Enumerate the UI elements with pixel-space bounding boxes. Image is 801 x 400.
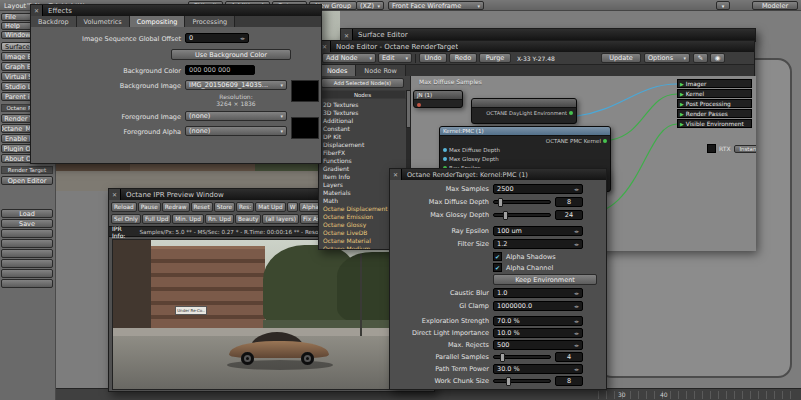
- effects-tab[interactable]: Volumetrics: [77, 16, 130, 27]
- menubar-chevron-button[interactable]: ▾: [716, 1, 730, 10]
- alpha-shadows-checkbox[interactable]: ✔: [493, 252, 502, 261]
- parallel-samples-value[interactable]: 4: [555, 352, 583, 362]
- work-chunk-size-value[interactable]: 8: [555, 376, 583, 386]
- node-daylight-environment[interactable]: OCTANE DayLight Environment: [471, 98, 577, 124]
- stepper-icon[interactable]: ◂▸: [574, 290, 579, 296]
- ray-epsilon-field[interactable]: 100 um◂▸: [493, 226, 583, 236]
- options-button[interactable]: Options▾: [644, 53, 690, 63]
- node-editor-tab[interactable]: Nodes: [319, 65, 356, 76]
- effects-tab[interactable]: Backdrop: [31, 16, 77, 27]
- input-dot-icon[interactable]: [443, 157, 447, 161]
- render-target-input-row[interactable]: ▶Kernel: [677, 89, 752, 98]
- sidebar-bottom-item[interactable]: [1, 279, 53, 288]
- ipr-toolbar-button[interactable]: Reset: [191, 202, 213, 212]
- update-button[interactable]: Update: [601, 53, 641, 63]
- node-editor-titlebar[interactable]: ✕ Node Editor - Octane RenderTarget: [319, 41, 754, 52]
- redo-button[interactable]: Redo: [449, 53, 477, 63]
- node-category-item[interactable]: Displacement: [319, 140, 406, 148]
- alpha-channel-checkbox[interactable]: ✔: [493, 263, 502, 272]
- stepper-icon[interactable]: ◂▸: [574, 366, 579, 372]
- sidebar-bottom-item[interactable]: [1, 249, 53, 258]
- close-icon[interactable]: ✕: [31, 5, 43, 16]
- ipr-toolbar-button[interactable]: W: [287, 202, 299, 212]
- node-category-item[interactable]: Constant: [319, 124, 406, 132]
- stepper-icon[interactable]: ◂▸: [574, 228, 579, 234]
- stepper-icon[interactable]: ◂▸: [574, 330, 579, 336]
- output-dot-icon[interactable]: [603, 139, 607, 143]
- sidebar-bottom-item[interactable]: [1, 239, 53, 248]
- render-target-input-row[interactable]: ▶Render Passes: [677, 109, 752, 118]
- ipr-toolbar-button[interactable]: Res:: [236, 202, 254, 212]
- edit-comment-button[interactable]: ✎: [693, 53, 708, 63]
- node-category-item[interactable]: DP Kit: [319, 132, 406, 140]
- max-diffuse-depth-value[interactable]: 8: [555, 197, 583, 207]
- add-node-button[interactable]: Add Node▾: [322, 53, 376, 63]
- kernel-panel[interactable]: ✕ Octane RenderTarget: Kernel:PMC (1) Ma…: [389, 168, 607, 390]
- close-icon[interactable]: ✕: [109, 189, 121, 200]
- caustic-blur-field[interactable]: 1.0◂▸: [493, 288, 583, 298]
- ipr-toolbar-button[interactable]: Store: [214, 202, 235, 212]
- background-image-thumbnail[interactable]: [291, 80, 319, 102]
- ipr-toolbar-button[interactable]: Reload: [111, 202, 137, 212]
- add-selected-nodes-button[interactable]: Add Selected Node(s): [321, 78, 404, 88]
- stepper-icon[interactable]: ◂▸: [574, 342, 579, 348]
- node-jn-title[interactable]: jN (1): [414, 91, 462, 100]
- stepper-icon[interactable]: ◂▸: [574, 303, 579, 309]
- ipr-toolbar-button[interactable]: (all layers): [262, 214, 299, 224]
- modeler-button[interactable]: Modeler: [752, 1, 798, 10]
- sidebar-bottom-item[interactable]: [1, 229, 53, 238]
- sidebar-target-item[interactable]: Open Editor: [1, 176, 53, 185]
- stepper-icon[interactable]: ◂▸: [574, 186, 579, 192]
- ipr-toolbar-button[interactable]: Sel Only: [111, 214, 141, 224]
- max-glossy-depth-slider[interactable]: [493, 213, 551, 217]
- sidebar-bottom-item[interactable]: [1, 269, 53, 278]
- gi-clamp-field[interactable]: 1000000.0◂▸: [493, 301, 583, 311]
- effects-tab[interactable]: Processing: [185, 16, 235, 27]
- max-rejects-field[interactable]: 500◂▸: [493, 340, 583, 350]
- node-daylight-title[interactable]: [472, 99, 576, 108]
- ipr-toolbar-button[interactable]: Redraw: [162, 202, 190, 212]
- preview-toggle-button[interactable]: ◉: [710, 53, 725, 63]
- edit-menu-button[interactable]: Edit▾: [378, 53, 412, 63]
- ipr-toolbar-button[interactable]: Full Upd: [142, 214, 171, 224]
- ipr-toolbar-button[interactable]: Beauty: [235, 214, 261, 224]
- sidebar-bottom-item[interactable]: [1, 259, 53, 268]
- instances-button[interactable]: Instan...: [734, 145, 756, 153]
- node-category-item[interactable]: Functions: [319, 156, 406, 164]
- keep-environment-button[interactable]: Keep Environment: [493, 274, 597, 285]
- max-diffuse-depth-slider[interactable]: [493, 200, 551, 204]
- ipr-toolbar-button[interactable]: Pause: [138, 202, 161, 212]
- node-jn[interactable]: jN (1): [413, 90, 463, 108]
- parallel-samples-slider[interactable]: [493, 355, 551, 359]
- output-dot-icon[interactable]: [569, 111, 573, 115]
- view-mode-dropdown[interactable]: Front Face Wireframe▾: [388, 1, 484, 10]
- exploration-strength-field[interactable]: 70.0 %◂▸: [493, 316, 583, 326]
- input-dot-icon[interactable]: [443, 148, 447, 152]
- input-dot-icon[interactable]: [417, 103, 421, 107]
- foreground-alpha-dropdown[interactable]: (none)▾: [185, 126, 287, 136]
- undo-button[interactable]: Undo: [419, 53, 447, 63]
- path-term-power-field[interactable]: 30.0 %◂▸: [493, 364, 583, 374]
- node-category-item[interactable]: FiberFX: [319, 148, 406, 156]
- background-color-swatch[interactable]: 000 000 000: [185, 65, 255, 75]
- node-category-item[interactable]: 2D Textures: [319, 100, 406, 108]
- node-category-item[interactable]: 3D Textures: [319, 108, 406, 116]
- ipr-toolbar-button[interactable]: Rn. Upd: [205, 214, 234, 224]
- background-image-dropdown[interactable]: IMG_20150609_14035...▾: [185, 80, 287, 90]
- sidebar-bottom-item[interactable]: Save: [1, 219, 53, 228]
- foreground-alpha-thumbnail[interactable]: [291, 117, 319, 139]
- sidebar-bottom-item[interactable]: Load: [1, 209, 53, 218]
- filter-size-field[interactable]: 1.2◂▸: [493, 239, 583, 249]
- node-kernel-title[interactable]: Kernel:PMC (1): [440, 127, 610, 136]
- effects-window[interactable]: ✕ Effects BackdropVolumetricsCompositing…: [30, 4, 322, 164]
- render-target-input-row[interactable]: ▶Post Processing: [677, 99, 752, 108]
- max-samples-field[interactable]: 2500◂▸: [493, 184, 583, 194]
- stepper-icon[interactable]: ◂▸: [240, 35, 245, 41]
- close-icon[interactable]: ✕: [390, 169, 402, 180]
- offset-field[interactable]: 0◂▸: [185, 33, 249, 43]
- render-target-input-row[interactable]: ▶Imager: [677, 79, 752, 88]
- max-glossy-depth-value[interactable]: 24: [555, 210, 583, 220]
- node-editor-tab[interactable]: Node Row: [356, 65, 406, 76]
- kernel-panel-titlebar[interactable]: ✕ Octane RenderTarget: Kernel:PMC (1): [390, 169, 606, 180]
- use-background-color-button[interactable]: Use Background Color: [171, 49, 291, 60]
